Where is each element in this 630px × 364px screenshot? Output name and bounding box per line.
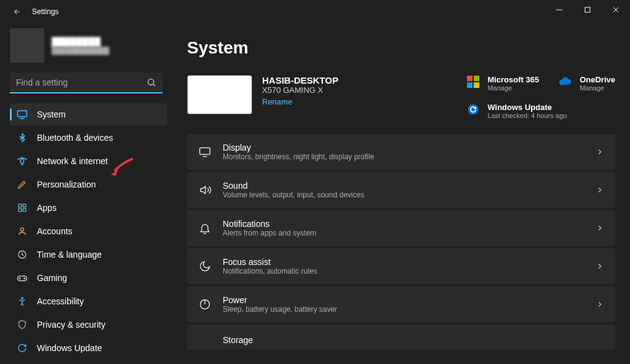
svg-rect-18 — [474, 82, 479, 88]
sidebar-item-bluetooth[interactable]: Bluetooth & devices — [10, 127, 167, 149]
svg-point-10 — [20, 228, 23, 231]
card-title: Focus assist — [223, 257, 317, 267]
focus-assist-icon — [198, 259, 212, 273]
svg-rect-17 — [467, 82, 472, 88]
sidebar-item-label: Bluetooth & devices — [37, 133, 113, 143]
card-title: Notifications — [223, 219, 316, 229]
svg-rect-8 — [18, 208, 22, 212]
card-sound[interactable]: SoundVolume levels, output, input, sound… — [187, 172, 615, 208]
status-title: Microsoft 365 — [487, 75, 539, 84]
svg-rect-7 — [23, 204, 26, 207]
sidebar-item-label: Apps — [37, 203, 57, 213]
personalization-icon — [16, 178, 28, 191]
accounts-icon — [16, 225, 28, 237]
card-power[interactable]: PowerSleep, battery usage, battery saver — [187, 287, 615, 322]
power-icon — [198, 298, 212, 311]
card-title: Power — [223, 295, 337, 305]
window-title: Settings — [32, 7, 58, 16]
sidebar-item-time-language[interactable]: Time & language — [10, 243, 167, 266]
sidebar-item-network[interactable]: Network & internet — [10, 150, 167, 172]
avatar — [10, 28, 44, 63]
sidebar-item-label: Time & language — [37, 250, 102, 259]
status-title: Windows Update — [487, 103, 567, 112]
sound-icon — [198, 183, 212, 197]
chevron-right-icon — [596, 224, 604, 232]
system-icon — [16, 108, 28, 121]
card-title: Display — [223, 143, 374, 152]
svg-rect-20 — [200, 148, 210, 154]
sidebar-item-label: Gaming — [37, 273, 67, 283]
windows-update-icon — [16, 342, 28, 354]
sidebar-item-windows-update[interactable]: Windows Update — [10, 337, 167, 359]
card-sub: Volume levels, output, input, sound devi… — [223, 191, 364, 199]
card-sub: Monitors, brightness, night light, displ… — [223, 152, 374, 161]
display-icon — [198, 145, 212, 159]
accessibility-icon — [16, 295, 28, 307]
card-sub: Alerts from apps and system — [223, 229, 316, 237]
titlebar: Settings — [0, 0, 630, 23]
search-input[interactable] — [10, 73, 162, 93]
sidebar-item-label: Network & internet — [37, 156, 108, 166]
bluetooth-icon — [16, 132, 28, 144]
microsoft365-icon — [466, 75, 480, 89]
svg-rect-4 — [18, 111, 27, 117]
network-icon — [16, 155, 28, 167]
storage-icon — [198, 333, 212, 347]
chevron-right-icon — [596, 148, 604, 156]
status-microsoft365[interactable]: Microsoft 365 Manage — [466, 75, 539, 92]
user-block[interactable]: ████████ ████████████ — [10, 28, 167, 63]
onedrive-icon — [559, 75, 572, 89]
rename-link[interactable]: Rename — [262, 97, 292, 106]
svg-rect-1 — [585, 7, 590, 12]
gaming-icon — [16, 272, 28, 284]
card-display[interactable]: DisplayMonitors, brightness, night light… — [187, 134, 615, 170]
svg-rect-16 — [474, 76, 479, 81]
device-model: X570 GAMING X — [262, 85, 338, 95]
status-sub: Manage — [580, 84, 615, 92]
svg-rect-6 — [18, 204, 22, 207]
card-notifications[interactable]: NotificationsAlerts from apps and system — [187, 210, 615, 246]
sidebar-item-system[interactable]: System — [10, 103, 167, 125]
back-button[interactable] — [7, 2, 27, 22]
svg-point-19 — [468, 105, 479, 115]
card-focus-assist[interactable]: Focus assistNotifications, automatic rul… — [187, 248, 615, 284]
sidebar-item-label: Privacy & security — [37, 320, 105, 330]
status-onedrive[interactable]: OneDrive Manage — [559, 75, 615, 92]
page-title: System — [187, 38, 615, 58]
sidebar-item-label: Accessibility — [37, 296, 84, 306]
chevron-right-icon — [596, 186, 604, 194]
main-content: System HASIB-DESKTOP X570 GAMING X Renam… — [172, 23, 630, 364]
device-thumbnail — [187, 75, 252, 114]
status-windows-update[interactable]: Windows Update Last checked: 4 hours ago — [466, 103, 615, 119]
sidebar-item-gaming[interactable]: Gaming — [10, 267, 167, 289]
sidebar-item-label: System — [37, 109, 66, 119]
minimize-button[interactable] — [545, 0, 573, 20]
time-language-icon — [16, 248, 28, 261]
sidebar-item-label: Accounts — [37, 226, 73, 236]
card-sub: Sleep, battery usage, battery saver — [223, 305, 337, 314]
status-title: OneDrive — [580, 75, 615, 84]
device-card: HASIB-DESKTOP X570 GAMING X Rename — [187, 75, 338, 114]
nav: System Bluetooth & devices Network & int… — [10, 103, 167, 359]
sidebar-item-accessibility[interactable]: Accessibility — [10, 290, 167, 312]
svg-point-2 — [148, 79, 154, 85]
svg-point-14 — [22, 298, 23, 299]
search-icon — [146, 77, 156, 87]
status-sub: Last checked: 4 hours ago — [487, 112, 567, 119]
close-button[interactable] — [602, 0, 630, 20]
card-title: Storage — [223, 335, 253, 345]
sidebar-item-label: Personalization — [37, 180, 96, 189]
svg-point-13 — [24, 278, 25, 279]
maximize-button[interactable] — [573, 0, 602, 20]
sidebar: ████████ ████████████ System Bluetooth &… — [0, 23, 172, 364]
status-sub: Manage — [487, 84, 539, 92]
chevron-right-icon — [596, 262, 604, 271]
card-storage[interactable]: Storage — [187, 325, 615, 349]
sidebar-item-accounts[interactable]: Accounts — [10, 220, 167, 242]
sidebar-item-apps[interactable]: Apps — [10, 197, 167, 219]
svg-rect-15 — [467, 76, 472, 81]
sidebar-item-personalization[interactable]: Personalization — [10, 173, 167, 196]
card-title: Sound — [223, 181, 364, 191]
sidebar-item-privacy[interactable]: Privacy & security — [10, 314, 167, 336]
sidebar-item-label: Windows Update — [37, 343, 102, 353]
